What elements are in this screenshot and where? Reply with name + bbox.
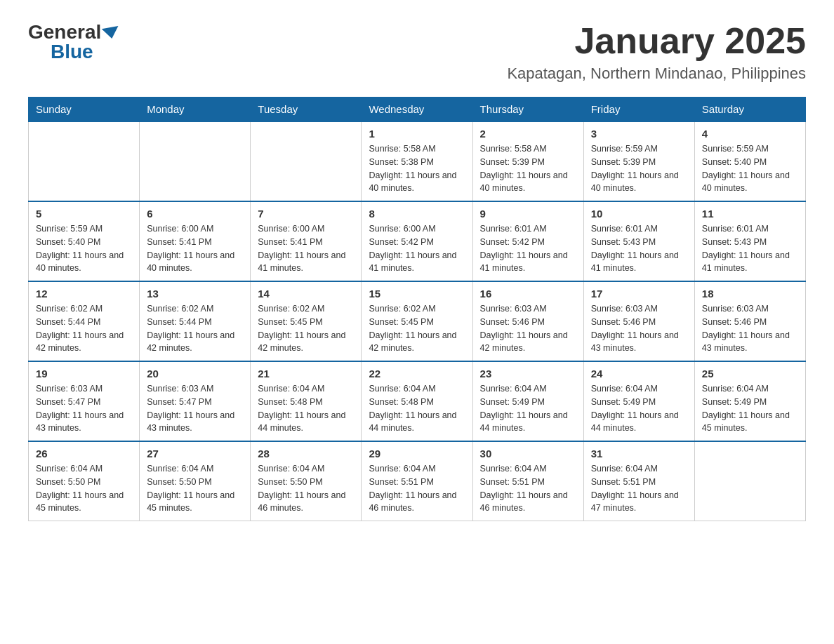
day-info: Sunrise: 6:00 AMSunset: 5:41 PMDaylight:… — [258, 222, 354, 275]
calendar-day-24: 24Sunrise: 6:04 AMSunset: 5:49 PMDayligh… — [583, 361, 694, 441]
calendar-day-25: 25Sunrise: 6:04 AMSunset: 5:49 PMDayligh… — [694, 361, 805, 441]
day-number: 28 — [258, 448, 354, 459]
calendar-day-1: 1Sunrise: 5:58 AMSunset: 5:38 PMDaylight… — [362, 121, 472, 201]
calendar-day-3: 3Sunrise: 5:59 AMSunset: 5:39 PMDaylight… — [583, 121, 694, 201]
weekday-header-thursday: Thursday — [472, 98, 583, 122]
day-info: Sunrise: 6:04 AMSunset: 5:50 PMDaylight:… — [147, 462, 243, 515]
day-info: Sunrise: 6:04 AMSunset: 5:51 PMDaylight:… — [591, 462, 687, 515]
day-info: Sunrise: 6:04 AMSunset: 5:48 PMDaylight:… — [258, 382, 354, 435]
day-number: 5 — [36, 208, 132, 220]
day-number: 26 — [36, 448, 132, 459]
day-number: 9 — [480, 208, 576, 220]
day-info: Sunrise: 6:04 AMSunset: 5:49 PMDaylight:… — [480, 382, 576, 435]
logo-blue-label: Blue — [51, 41, 93, 62]
calendar-day-31: 31Sunrise: 6:04 AMSunset: 5:51 PMDayligh… — [583, 441, 694, 521]
calendar-week-row: 19Sunrise: 6:03 AMSunset: 5:47 PMDayligh… — [29, 361, 806, 441]
calendar-empty-cell — [29, 121, 140, 201]
day-number: 8 — [369, 208, 465, 220]
calendar-day-23: 23Sunrise: 6:04 AMSunset: 5:49 PMDayligh… — [472, 361, 583, 441]
day-info: Sunrise: 6:01 AMSunset: 5:43 PMDaylight:… — [591, 222, 687, 275]
weekday-header-friday: Friday — [583, 98, 694, 122]
calendar-day-28: 28Sunrise: 6:04 AMSunset: 5:50 PMDayligh… — [251, 441, 362, 521]
day-number: 19 — [36, 368, 132, 380]
day-info: Sunrise: 6:04 AMSunset: 5:49 PMDaylight:… — [591, 382, 687, 435]
day-number: 6 — [147, 208, 243, 220]
calendar-week-row: 12Sunrise: 6:02 AMSunset: 5:44 PMDayligh… — [29, 281, 806, 361]
calendar-day-12: 12Sunrise: 6:02 AMSunset: 5:44 PMDayligh… — [29, 281, 140, 361]
day-number: 7 — [258, 208, 354, 220]
day-info: Sunrise: 6:02 AMSunset: 5:45 PMDaylight:… — [258, 302, 354, 355]
day-info: Sunrise: 6:03 AMSunset: 5:46 PMDaylight:… — [702, 302, 798, 355]
day-info: Sunrise: 6:01 AMSunset: 5:42 PMDaylight:… — [480, 222, 576, 275]
calendar-table: SundayMondayTuesdayWednesdayThursdayFrid… — [28, 97, 806, 521]
day-number: 23 — [480, 368, 576, 380]
calendar-day-26: 26Sunrise: 6:04 AMSunset: 5:50 PMDayligh… — [29, 441, 140, 521]
day-info: Sunrise: 6:00 AMSunset: 5:41 PMDaylight:… — [147, 222, 243, 275]
day-number: 17 — [591, 288, 687, 300]
calendar-day-6: 6Sunrise: 6:00 AMSunset: 5:41 PMDaylight… — [140, 201, 251, 281]
day-info: Sunrise: 6:03 AMSunset: 5:47 PMDaylight:… — [36, 382, 132, 435]
weekday-header-wednesday: Wednesday — [362, 98, 472, 122]
calendar-week-row: 26Sunrise: 6:04 AMSunset: 5:50 PMDayligh… — [29, 441, 806, 521]
day-info: Sunrise: 5:59 AMSunset: 5:39 PMDaylight:… — [591, 142, 687, 195]
day-info: Sunrise: 6:03 AMSunset: 5:46 PMDaylight:… — [591, 302, 687, 355]
location-title: Kapatagan, Northern Mindanao, Philippine… — [507, 65, 806, 83]
calendar-day-22: 22Sunrise: 6:04 AMSunset: 5:48 PMDayligh… — [362, 361, 472, 441]
calendar-day-19: 19Sunrise: 6:03 AMSunset: 5:47 PMDayligh… — [29, 361, 140, 441]
calendar-day-18: 18Sunrise: 6:03 AMSunset: 5:46 PMDayligh… — [694, 281, 805, 361]
calendar-day-11: 11Sunrise: 6:01 AMSunset: 5:43 PMDayligh… — [694, 201, 805, 281]
day-number: 20 — [147, 368, 243, 380]
day-number: 31 — [591, 448, 687, 459]
day-info: Sunrise: 6:00 AMSunset: 5:42 PMDaylight:… — [369, 222, 465, 275]
day-info: Sunrise: 6:04 AMSunset: 5:49 PMDaylight:… — [702, 382, 798, 435]
day-number: 16 — [480, 288, 576, 300]
day-number: 24 — [591, 368, 687, 380]
day-number: 11 — [702, 208, 798, 220]
day-info: Sunrise: 6:04 AMSunset: 5:48 PMDaylight:… — [369, 382, 465, 435]
weekday-header-monday: Monday — [140, 98, 251, 122]
day-number: 18 — [702, 288, 798, 300]
day-info: Sunrise: 6:02 AMSunset: 5:44 PMDaylight:… — [147, 302, 243, 355]
calendar-empty-cell — [140, 121, 251, 201]
weekday-header-saturday: Saturday — [694, 98, 805, 122]
day-number: 1 — [369, 128, 465, 140]
calendar-day-4: 4Sunrise: 5:59 AMSunset: 5:40 PMDaylight… — [694, 121, 805, 201]
calendar-day-30: 30Sunrise: 6:04 AMSunset: 5:51 PMDayligh… — [472, 441, 583, 521]
day-number: 29 — [369, 448, 465, 459]
day-number: 4 — [702, 128, 798, 140]
day-info: Sunrise: 6:02 AMSunset: 5:44 PMDaylight:… — [36, 302, 132, 355]
day-number: 30 — [480, 448, 576, 459]
calendar-day-7: 7Sunrise: 6:00 AMSunset: 5:41 PMDaylight… — [251, 201, 362, 281]
day-info: Sunrise: 6:04 AMSunset: 5:51 PMDaylight:… — [480, 462, 576, 515]
calendar-day-20: 20Sunrise: 6:03 AMSunset: 5:47 PMDayligh… — [140, 361, 251, 441]
calendar-day-9: 9Sunrise: 6:01 AMSunset: 5:42 PMDaylight… — [472, 201, 583, 281]
calendar-day-5: 5Sunrise: 5:59 AMSunset: 5:40 PMDaylight… — [29, 201, 140, 281]
day-info: Sunrise: 6:04 AMSunset: 5:51 PMDaylight:… — [369, 462, 465, 515]
page-header: General Blue January 2025 Kapatagan, Nor… — [28, 21, 806, 83]
day-number: 22 — [369, 368, 465, 380]
calendar-day-8: 8Sunrise: 6:00 AMSunset: 5:42 PMDaylight… — [362, 201, 472, 281]
calendar-day-10: 10Sunrise: 6:01 AMSunset: 5:43 PMDayligh… — [583, 201, 694, 281]
day-number: 12 — [36, 288, 132, 300]
day-number: 15 — [369, 288, 465, 300]
day-number: 3 — [591, 128, 687, 140]
calendar-week-row: 1Sunrise: 5:58 AMSunset: 5:38 PMDaylight… — [29, 121, 806, 201]
day-info: Sunrise: 6:03 AMSunset: 5:47 PMDaylight:… — [147, 382, 243, 435]
calendar-day-2: 2Sunrise: 5:58 AMSunset: 5:39 PMDaylight… — [472, 121, 583, 201]
day-info: Sunrise: 5:58 AMSunset: 5:39 PMDaylight:… — [480, 142, 576, 195]
day-number: 14 — [258, 288, 354, 300]
calendar-empty-cell — [251, 121, 362, 201]
calendar-day-16: 16Sunrise: 6:03 AMSunset: 5:46 PMDayligh… — [472, 281, 583, 361]
calendar-day-21: 21Sunrise: 6:04 AMSunset: 5:48 PMDayligh… — [251, 361, 362, 441]
calendar-day-27: 27Sunrise: 6:04 AMSunset: 5:50 PMDayligh… — [140, 441, 251, 521]
weekday-header-tuesday: Tuesday — [251, 98, 362, 122]
day-info: Sunrise: 5:58 AMSunset: 5:38 PMDaylight:… — [369, 142, 465, 195]
day-info: Sunrise: 6:03 AMSunset: 5:46 PMDaylight:… — [480, 302, 576, 355]
month-title: January 2025 — [507, 21, 806, 61]
day-info: Sunrise: 5:59 AMSunset: 5:40 PMDaylight:… — [702, 142, 798, 195]
calendar-empty-cell — [694, 441, 805, 521]
day-number: 21 — [258, 368, 354, 380]
day-number: 10 — [591, 208, 687, 220]
calendar-title-area: January 2025 Kapatagan, Northern Mindana… — [507, 21, 806, 83]
calendar-day-17: 17Sunrise: 6:03 AMSunset: 5:46 PMDayligh… — [583, 281, 694, 361]
